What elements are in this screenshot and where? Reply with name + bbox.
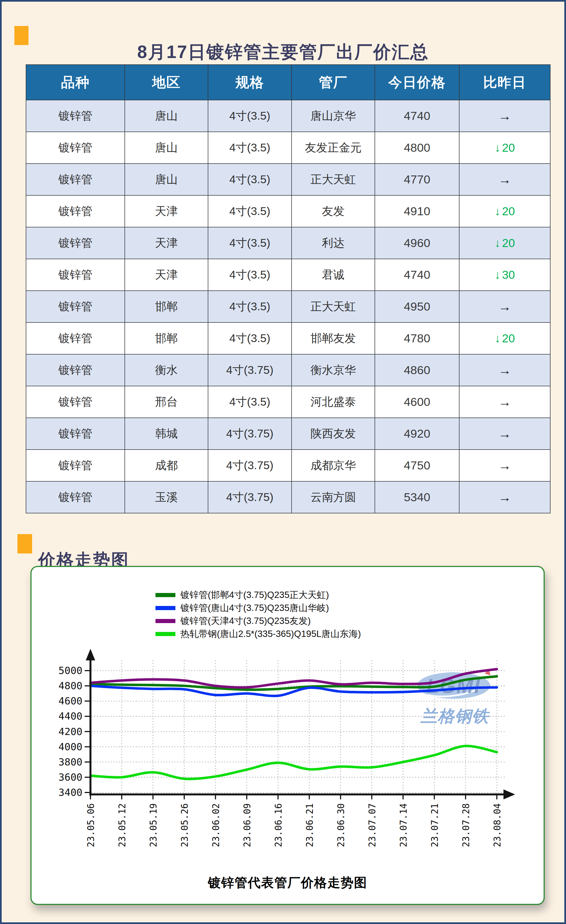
cell-factory: 正大天虹 <box>292 291 375 322</box>
chart-caption: 镀锌管代表管厂价格走势图 <box>32 874 543 891</box>
x-axis-tick-label: 23.07.21 <box>429 803 440 847</box>
cell-factory: 友发正金元 <box>292 132 375 164</box>
cell-variety: 镀锌管 <box>26 132 125 164</box>
section-bullet-icon <box>17 534 32 554</box>
cell-region: 邢台 <box>125 386 208 418</box>
change-down-cell: ↓20 <box>459 132 550 164</box>
down-arrow-icon: ↓ <box>495 268 500 281</box>
flat-arrow-icon: → <box>498 426 511 441</box>
cell-factory: 利达 <box>292 227 375 259</box>
change-flat-cell: → <box>459 482 550 513</box>
cell-spec: 4寸(3.5) <box>208 227 292 259</box>
cell-region: 唐山 <box>125 100 208 132</box>
price-trend-chart-panel: LGMI 兰格钢铁 340036003800400042004400460048… <box>30 566 545 905</box>
change-flat-cell: → <box>459 354 550 386</box>
x-axis-tick-label: 23.06.09 <box>242 803 253 847</box>
cell-variety: 镀锌管 <box>26 482 125 513</box>
legend-swatch-icon <box>155 593 175 597</box>
x-axis-tick-label: 23.07.07 <box>367 803 378 847</box>
cell-variety: 镀锌管 <box>26 354 125 386</box>
cell-variety: 镀锌管 <box>26 386 125 418</box>
cell-region: 唐山 <box>125 132 208 164</box>
cell-spec: 4寸(3.75) <box>208 418 292 450</box>
x-axis-tick-label: 23.05.26 <box>179 803 190 847</box>
price-table-header: 品种地区规格管厂今日价格比昨日 <box>26 64 550 100</box>
down-arrow-icon: ↓ <box>495 332 500 345</box>
table-row: 镀锌管邯郸4寸(3.5)邯郸友发4780↓20 <box>26 322 550 354</box>
legend-swatch-icon <box>155 619 175 623</box>
cell-factory: 邯郸友发 <box>292 322 375 354</box>
table-row: 镀锌管天津4寸(3.5)友发4910↓20 <box>26 195 550 227</box>
x-axis-tick-label: 23.08.04 <box>492 803 503 847</box>
change-flat-cell: → <box>459 164 550 195</box>
table-row: 镀锌管唐山4寸(3.5)正大天虹4770→ <box>26 164 550 195</box>
cell-spec: 4寸(3.75) <box>208 482 292 513</box>
cell-price: 4770 <box>375 164 459 195</box>
column-header: 管厂 <box>292 64 375 100</box>
column-header: 比昨日 <box>459 64 550 100</box>
svg-text:4200: 4200 <box>59 726 83 737</box>
page-title: 8月17日镀锌管主要管厂出厂价汇总 <box>2 40 564 64</box>
cell-price: 4740 <box>375 100 459 132</box>
cell-price: 5340 <box>375 482 459 513</box>
cell-variety: 镀锌管 <box>26 195 125 227</box>
cell-factory: 友发 <box>292 195 375 227</box>
cell-region: 天津 <box>125 259 208 291</box>
cell-price: 4600 <box>375 386 459 418</box>
change-amount: 20 <box>502 332 515 345</box>
cell-variety: 镀锌管 <box>26 259 125 291</box>
cell-region: 邯郸 <box>125 291 208 322</box>
change-flat-cell: → <box>459 450 550 482</box>
cell-factory: 河北盛泰 <box>292 386 375 418</box>
change-flat-cell: → <box>459 386 550 418</box>
cell-factory: 成都京华 <box>292 450 375 482</box>
flat-arrow-icon: → <box>498 363 511 378</box>
cell-region: 玉溪 <box>125 482 208 513</box>
price-table-body: 镀锌管唐山4寸(3.5)唐山京华4740→镀锌管唐山4寸(3.5)友发正金元48… <box>26 100 550 513</box>
table-row: 镀锌管唐山4寸(3.5)友发正金元4800↓20 <box>26 132 550 164</box>
cell-variety: 镀锌管 <box>26 450 125 482</box>
cell-factory: 正大天虹 <box>292 164 375 195</box>
legend-item: 热轧带钢(唐山2.5*(335-365)Q195L唐山东海) <box>155 627 361 640</box>
cell-spec: 4寸(3.5) <box>208 164 292 195</box>
change-amount: 20 <box>502 205 515 218</box>
cell-factory: 陕西友发 <box>292 418 375 450</box>
cell-variety: 镀锌管 <box>26 100 125 132</box>
svg-text:3800: 3800 <box>59 756 83 768</box>
cell-price: 4950 <box>375 291 459 322</box>
cell-factory: 衡水京华 <box>292 354 375 386</box>
x-axis-tick-label: 23.05.19 <box>148 803 159 847</box>
down-arrow-icon: ↓ <box>495 205 500 218</box>
chart-legend: 镀锌管(邯郸4寸(3.75)Q235正大天虹)镀锌管(唐山4寸(3.75)Q23… <box>155 588 361 640</box>
x-axis-tick-label: 23.06.16 <box>273 803 284 847</box>
cell-spec: 4寸(3.5) <box>208 195 292 227</box>
column-header: 今日价格 <box>375 64 459 100</box>
legend-label: 热轧带钢(唐山2.5*(335-365)Q195L唐山东海) <box>181 628 361 640</box>
x-axis-tick-label: 23.07.14 <box>398 803 409 847</box>
x-axis-tick-label: 23.05.06 <box>86 803 96 847</box>
table-row: 镀锌管天津4寸(3.5)利达4960↓20 <box>26 227 550 259</box>
cell-region: 天津 <box>125 195 208 227</box>
x-axis-tick-label: 23.05.12 <box>117 803 128 847</box>
cell-variety: 镀锌管 <box>26 291 125 322</box>
down-arrow-icon: ↓ <box>495 237 500 249</box>
table-row: 镀锌管成都4寸(3.75)成都京华4750→ <box>26 450 550 482</box>
cell-variety: 镀锌管 <box>26 322 125 354</box>
cell-spec: 4寸(3.5) <box>208 291 292 322</box>
cell-variety: 镀锌管 <box>26 227 125 259</box>
change-down-cell: ↓20 <box>459 227 550 259</box>
cell-price: 4960 <box>375 227 459 259</box>
change-flat-cell: → <box>459 418 550 450</box>
flat-arrow-icon: → <box>498 299 511 314</box>
cell-region: 天津 <box>125 227 208 259</box>
cell-region: 韩城 <box>125 418 208 450</box>
cell-region: 唐山 <box>125 164 208 195</box>
x-axis-tick-label: 23.07.28 <box>461 803 471 847</box>
cell-price: 4740 <box>375 259 459 291</box>
change-down-cell: ↓20 <box>459 322 550 354</box>
cell-factory: 云南方圆 <box>292 482 375 513</box>
svg-text:5000: 5000 <box>59 665 83 676</box>
table-row: 镀锌管天津4寸(3.5)君诚4740↓30 <box>26 259 550 291</box>
change-amount: 30 <box>502 268 515 281</box>
price-table: 品种地区规格管厂今日价格比昨日 镀锌管唐山4寸(3.5)唐山京华4740→镀锌管… <box>26 64 551 513</box>
